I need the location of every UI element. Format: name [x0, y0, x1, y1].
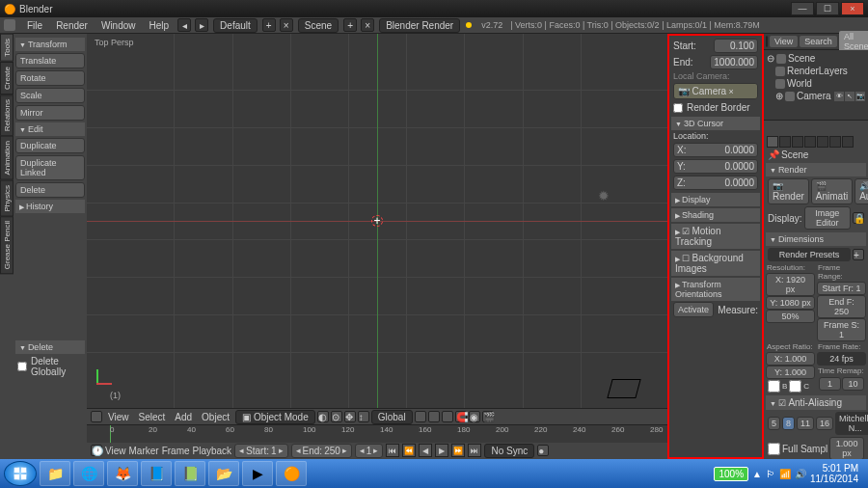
display-dropdown[interactable]: Image Editor	[804, 206, 851, 230]
pivot-icon[interactable]: ⊙	[331, 411, 342, 422]
menu-window[interactable]: Window	[95, 20, 142, 31]
add-preset-icon[interactable]: +	[853, 249, 864, 260]
outliner-item-camera[interactable]: ⊕Camera👁↖📷	[766, 90, 866, 102]
res-y-field[interactable]: Y: 1080 px	[766, 296, 815, 310]
filter-size-field[interactable]: 1.000 px	[829, 437, 864, 459]
folder-icon[interactable]: 📂	[208, 461, 239, 486]
operator-delete-header[interactable]: Delete	[15, 340, 85, 354]
scale-button[interactable]: Scale	[15, 88, 85, 103]
network-icon[interactable]: 📶	[779, 469, 791, 479]
autokey-icon[interactable]: ●	[537, 445, 549, 456]
outliner-filter-dropdown[interactable]: All Scenes	[839, 31, 868, 52]
transform-panel-header[interactable]: Transform	[15, 38, 85, 51]
tab-grease-pencil[interactable]: Grease Pencil	[0, 216, 14, 274]
clip-end-field[interactable]: 1000.000	[710, 55, 758, 69]
fps-dropdown[interactable]: 24 fps	[817, 352, 866, 366]
cursor-x-field[interactable]: 0.0000	[673, 143, 758, 157]
pin-icon[interactable]: 📌	[768, 149, 779, 160]
frame-step-field[interactable]: Frame S: 1	[817, 318, 866, 341]
outliner-search-menu[interactable]: Search	[800, 36, 837, 47]
menu-render[interactable]: Render	[50, 20, 94, 31]
bg-images-panel-header[interactable]: ☐ Background Images	[671, 251, 760, 276]
editor-type-icon[interactable]	[766, 36, 768, 47]
aspect-x-field[interactable]: X: 1.000	[766, 352, 815, 366]
play-button[interactable]: ▶	[435, 444, 448, 457]
vp-menu-object[interactable]: Object	[198, 412, 233, 422]
disclosure-icon[interactable]: ⊖	[767, 53, 774, 64]
remove-layout-icon[interactable]: ×	[280, 18, 293, 32]
render-border-checkbox[interactable]	[673, 103, 683, 113]
current-frame-field[interactable]: ◂1▸	[355, 444, 384, 458]
render-tab[interactable]	[767, 136, 778, 148]
dimensions-panel-header[interactable]: Dimensions	[766, 232, 866, 246]
constraints-tab[interactable]	[829, 136, 841, 148]
tab-create[interactable]: Create	[0, 62, 14, 95]
tl-menu-view[interactable]: View	[105, 446, 126, 456]
explorer-icon[interactable]: 📁	[40, 461, 70, 486]
timeremap-new-field[interactable]: 10	[842, 377, 864, 391]
remove-scene-icon[interactable]: ×	[361, 18, 374, 32]
renderlayers-tab[interactable]	[779, 136, 791, 148]
cursor-z-field[interactable]: 0.0000	[673, 176, 758, 190]
firefox-icon[interactable]: 🦊	[107, 461, 138, 486]
menu-help[interactable]: Help	[144, 20, 176, 31]
jump-start-button[interactable]: ⏮	[386, 444, 399, 457]
scene-tab[interactable]	[792, 136, 803, 148]
duplicate-button[interactable]: Duplicate	[15, 138, 85, 153]
back-icon[interactable]: ◂	[177, 18, 191, 32]
visibility-toggle[interactable]: 👁	[834, 92, 844, 101]
vp-menu-view[interactable]: View	[104, 412, 133, 422]
scene-dropdown[interactable]: Scene	[298, 18, 339, 33]
aa-filter-dropdown[interactable]: Mitchell-N...	[835, 412, 868, 435]
activate-button[interactable]: Activate	[673, 302, 714, 317]
vp-menu-add[interactable]: Add	[171, 412, 196, 422]
camera-object-icon[interactable]	[607, 379, 640, 398]
play-reverse-button[interactable]: ◀	[419, 444, 432, 457]
res-pct-field[interactable]: 50%	[766, 310, 815, 323]
tray-up-icon[interactable]: ▲	[752, 469, 762, 479]
full-sample-checkbox[interactable]	[768, 443, 780, 455]
selectable-toggle[interactable]: ↖	[845, 92, 854, 101]
tab-relations[interactable]: Relations	[0, 95, 14, 136]
minimize-button[interactable]: —	[791, 2, 814, 15]
tl-menu-marker[interactable]: Marker	[129, 446, 159, 456]
ie-icon[interactable]: 🌐	[73, 461, 104, 486]
audio-button[interactable]: 🔊Audio	[854, 178, 868, 204]
lock-icon[interactable]: 🔒	[853, 212, 864, 224]
aa-5-button[interactable]: 5	[768, 417, 780, 430]
expand-icon[interactable]: ⊕	[775, 91, 783, 101]
step-back-button[interactable]: ⏪	[402, 444, 416, 457]
action-center-icon[interactable]: 🏳	[766, 469, 775, 479]
forward-icon[interactable]: ▸	[195, 18, 208, 32]
tab-physics[interactable]: Physics	[0, 180, 14, 217]
render-button[interactable]: 📷Render	[768, 178, 809, 204]
maximize-button[interactable]: ☐	[816, 2, 839, 15]
vp-menu-select[interactable]: Select	[135, 412, 170, 422]
media-player-icon[interactable]: ▶	[242, 461, 273, 486]
shading-icon[interactable]: ◐	[317, 411, 329, 422]
layer-3[interactable]	[442, 411, 453, 422]
mirror-button[interactable]: Mirror	[15, 105, 85, 121]
screen-layout-dropdown[interactable]: Default	[213, 18, 258, 33]
battery-indicator[interactable]: 100%	[714, 467, 748, 481]
axis-icon[interactable]: ↕	[358, 411, 369, 422]
blender-taskbar-icon[interactable]: 🟠	[276, 461, 307, 486]
add-layout-icon[interactable]: +	[262, 18, 276, 32]
data-tab[interactable]	[842, 136, 854, 148]
crop-checkbox[interactable]	[789, 380, 801, 393]
layer-2[interactable]	[428, 411, 440, 422]
delete-globally-checkbox[interactable]	[17, 362, 27, 371]
breadcrumb-scene[interactable]: Scene	[781, 149, 808, 160]
aa-16-button[interactable]: 16	[816, 417, 833, 430]
proportional-icon[interactable]: ◉	[469, 411, 480, 422]
end-frame-field[interactable]: ◂End: 250▸	[291, 444, 352, 458]
step-fwd-button[interactable]: ⏩	[451, 444, 465, 457]
cursor-y-field[interactable]: 0.0000	[673, 159, 758, 174]
outliner-item-scene[interactable]: ⊖Scene	[766, 52, 866, 65]
excel-icon[interactable]: 📗	[175, 461, 205, 486]
timeline-ruler[interactable]: 0 20 40 60 80 100 120 140 160 180 200 22…	[87, 425, 667, 443]
close-button[interactable]: ×	[841, 2, 864, 15]
delete-button[interactable]: Delete	[15, 182, 85, 198]
aa-11-button[interactable]: 11	[797, 417, 814, 430]
shading-panel-header[interactable]: Shading	[671, 208, 760, 222]
